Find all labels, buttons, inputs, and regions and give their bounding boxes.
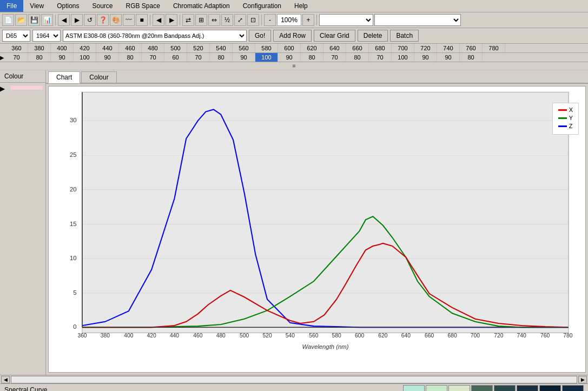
col-header: 580 bbox=[255, 44, 278, 52]
menu-view[interactable]: View bbox=[23, 0, 50, 12]
zoom-out-btn[interactable]: - bbox=[264, 14, 276, 26]
data-cell[interactable]: 70 bbox=[5, 53, 28, 62]
scroll-bar: ◀ ▶ bbox=[0, 375, 588, 383]
menu-options[interactable]: Options bbox=[50, 0, 85, 12]
zoom-in-btn[interactable]: + bbox=[302, 14, 314, 26]
data-cell[interactable]: 60 bbox=[164, 53, 187, 62]
data-cell[interactable]: 100 bbox=[392, 53, 414, 62]
data-cell[interactable]: 90 bbox=[233, 53, 255, 62]
col-header: 700 bbox=[392, 44, 414, 52]
year-select[interactable]: 1964 bbox=[32, 30, 61, 42]
sep5 bbox=[316, 15, 317, 25]
equals-row: = bbox=[0, 62, 588, 70]
svg-text:680: 680 bbox=[447, 333, 457, 339]
tool3-btn[interactable]: ⇔ bbox=[208, 14, 220, 26]
col-header: 500 bbox=[164, 44, 187, 52]
data-cell[interactable]: 90 bbox=[414, 53, 437, 62]
menu-help[interactable]: Help bbox=[288, 0, 314, 12]
color-swatch[interactable] bbox=[448, 385, 470, 392]
data-cell[interactable]: 70 bbox=[369, 53, 392, 62]
go-button[interactable]: Go! bbox=[249, 30, 271, 42]
menu-bar: File View Options Source RGB Space Chrom… bbox=[0, 0, 588, 12]
menu-rgb-space[interactable]: RGB Space bbox=[120, 0, 167, 12]
data-cell[interactable]: 80 bbox=[28, 53, 51, 62]
legend-x-color bbox=[558, 109, 567, 111]
color-swatch[interactable] bbox=[471, 385, 493, 392]
info-btn[interactable]: ❓ bbox=[97, 14, 109, 26]
tool1-btn[interactable]: ⇄ bbox=[182, 14, 194, 26]
square-btn[interactable]: ■ bbox=[136, 14, 148, 26]
svg-text:Wavelength (nm): Wavelength (nm) bbox=[302, 343, 348, 350]
panel-arrow[interactable]: ▶ bbox=[0, 83, 8, 92]
data-cell[interactable]: 80 bbox=[210, 53, 233, 62]
svg-text:30: 30 bbox=[70, 117, 77, 123]
save-btn[interactable]: 💾 bbox=[28, 14, 40, 26]
data-cell[interactable]: 70 bbox=[142, 53, 164, 62]
zoom-input[interactable] bbox=[277, 14, 301, 26]
illuminant-profile-select[interactable] bbox=[374, 14, 461, 26]
menu-chromatic-adaption[interactable]: Chromatic Adaption bbox=[167, 0, 236, 12]
data-bar: D65 1964 ASTM E308-08 (360-780nm @20nm B… bbox=[0, 28, 588, 44]
new-btn[interactable]: 📄 bbox=[2, 14, 14, 26]
export-btn[interactable]: 📊 bbox=[41, 14, 53, 26]
color-swatch[interactable] bbox=[517, 385, 538, 392]
color-profile-select[interactable] bbox=[319, 14, 373, 26]
data-cell[interactable]: 90 bbox=[51, 53, 74, 62]
color-swatch[interactable] bbox=[494, 385, 516, 392]
menu-file[interactable]: File bbox=[0, 0, 23, 12]
tab-colour[interactable]: Colour bbox=[81, 71, 116, 83]
scroll-track[interactable] bbox=[11, 376, 577, 383]
color-swatch[interactable] bbox=[426, 385, 447, 392]
forward-btn[interactable]: ▶ bbox=[71, 14, 83, 26]
data-cell[interactable]: 100 bbox=[74, 53, 96, 62]
prev-btn[interactable]: ◀ bbox=[153, 14, 164, 26]
svg-text:640: 640 bbox=[401, 333, 411, 339]
curve-btn[interactable]: 〰 bbox=[123, 14, 135, 26]
open-btn[interactable]: 📂 bbox=[15, 14, 27, 26]
data-cell[interactable]: 90 bbox=[96, 53, 119, 62]
delete-button[interactable]: Delete bbox=[358, 30, 388, 42]
col-header: 520 bbox=[187, 44, 210, 52]
tool4-btn[interactable]: ½ bbox=[221, 14, 233, 26]
left-panel: Colour ▶ bbox=[0, 70, 46, 375]
data-cell[interactable]: 70 bbox=[323, 53, 346, 62]
status-text: Spectral Curve bbox=[4, 386, 47, 392]
scroll-left-btn[interactable]: ◀ bbox=[1, 376, 10, 383]
col-header: 360 bbox=[5, 44, 28, 52]
tab-chart[interactable]: Chart bbox=[48, 71, 80, 83]
clear-grid-button[interactable]: Clear Grid bbox=[314, 30, 355, 42]
left-panel-body: ▶ bbox=[0, 83, 45, 92]
rotate-btn[interactable]: ↺ bbox=[84, 14, 96, 26]
tool6-btn[interactable]: ⊡ bbox=[247, 14, 259, 26]
color-btn[interactable]: 🎨 bbox=[110, 14, 122, 26]
batch-button[interactable]: Batch bbox=[390, 30, 419, 42]
data-cell[interactable]: 80 bbox=[346, 53, 369, 62]
data-cell[interactable]: 80 bbox=[460, 53, 483, 62]
color-swatch[interactable] bbox=[562, 385, 584, 392]
data-cell[interactable]: 90 bbox=[437, 53, 460, 62]
toolbar: 📄 📂 💾 📊 ◀ ▶ ↺ ❓ 🎨 〰 ■ ◀ ▶ ⇄ ⊞ ⇔ ½ ⤢ ⊡ - … bbox=[0, 12, 588, 28]
tool2-btn[interactable]: ⊞ bbox=[195, 14, 207, 26]
add-row-button[interactable]: Add Row bbox=[273, 30, 312, 42]
svg-text:480: 480 bbox=[216, 333, 226, 339]
tool5-btn[interactable]: ⤢ bbox=[234, 14, 246, 26]
left-panel-header: Colour bbox=[0, 70, 45, 83]
scroll-right-btn[interactable]: ▶ bbox=[578, 376, 587, 383]
data-cell[interactable]: 80 bbox=[119, 53, 142, 62]
illuminant-select[interactable]: D65 bbox=[2, 30, 30, 42]
col-headers-row: 3603804004204404604805005205405605806006… bbox=[0, 44, 588, 53]
data-cell[interactable]: 100 bbox=[255, 53, 278, 62]
back-btn[interactable]: ◀ bbox=[58, 14, 70, 26]
data-cell[interactable]: 80 bbox=[301, 53, 323, 62]
color-swatch[interactable] bbox=[539, 385, 561, 392]
svg-text:400: 400 bbox=[124, 333, 133, 339]
legend-z-label: Z bbox=[569, 123, 573, 129]
color-swatch[interactable] bbox=[403, 385, 425, 392]
col-header: 620 bbox=[301, 44, 323, 52]
menu-source[interactable]: Source bbox=[86, 0, 120, 12]
menu-configuration[interactable]: Configuration bbox=[236, 0, 288, 12]
data-cell[interactable]: 70 bbox=[187, 53, 210, 62]
standard-select[interactable]: ASTM E308-08 (360-780nm @20nm Bandpass A… bbox=[63, 30, 247, 42]
next-btn[interactable]: ▶ bbox=[166, 14, 177, 26]
data-cell[interactable]: 90 bbox=[278, 53, 301, 62]
